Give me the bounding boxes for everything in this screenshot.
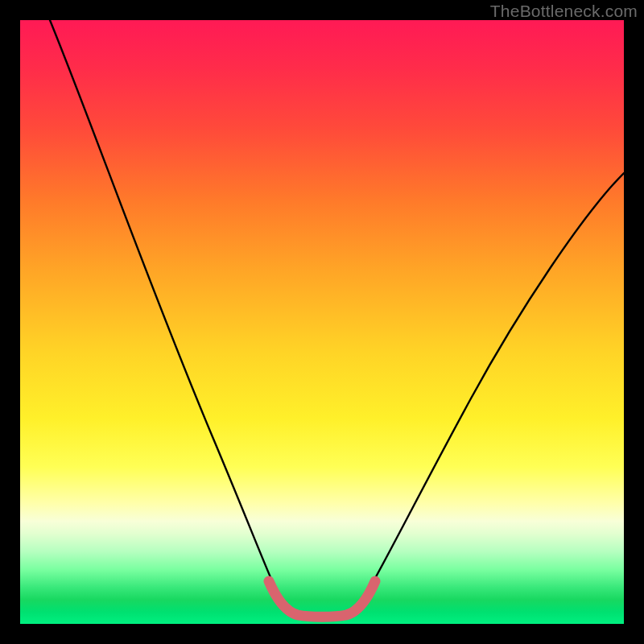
highlight-path — [269, 581, 375, 617]
gradient-plot-area — [20, 20, 624, 624]
curve-path — [50, 20, 624, 616]
watermark-text: TheBottleneck.com — [490, 2, 638, 21]
bottleneck-curve-svg — [20, 20, 624, 624]
chart-frame: TheBottleneck.com — [0, 0, 644, 644]
